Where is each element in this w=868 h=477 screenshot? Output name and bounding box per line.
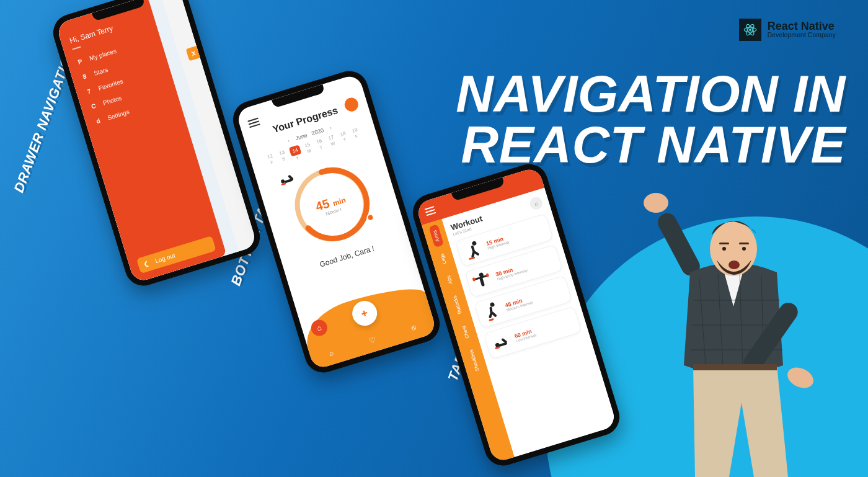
drawer-item-icon: C [89,102,99,110]
side-tab-arms[interactable]: Arms [428,225,443,248]
calendar-day[interactable]: 15M [303,141,315,158]
svg-point-22 [722,247,726,251]
logout-icon [143,259,152,268]
tab-profile-icon[interactable]: ⎋ [410,323,417,332]
calendar-day[interactable]: 19F [350,127,362,143]
svg-rect-9 [655,210,703,279]
ring-unit: min [332,195,347,208]
crunch-figure-icon [277,170,301,187]
search-icon[interactable]: ⌕ [528,195,544,211]
hamburger-icon[interactable] [424,204,437,218]
year-label: 2020 [311,127,324,136]
svg-point-3 [749,29,751,31]
drawer-item-icon: P [76,57,85,66]
svg-rect-25 [739,243,749,244]
exercise-figure-icon [480,300,503,323]
react-logo-icon [739,19,761,41]
calendar-day[interactable]: 16T [314,138,327,154]
svg-point-21 [728,261,740,269]
drawer-item-icon: 8 [80,72,89,81]
drawer-item-label: Stars [93,66,109,77]
calendar-day[interactable]: 18T [338,130,350,147]
month-label: June [294,132,308,141]
tab-search-icon[interactable]: ⌕ [328,348,335,357]
exercise-figure-icon [462,238,485,261]
chevron-left-icon[interactable]: ‹ [286,138,290,144]
side-tab-legs[interactable]: Legs [435,247,450,270]
exercise-figure-icon [490,331,513,354]
calendar-day[interactable]: 14T [289,145,303,162]
calendar-day[interactable]: 12F [265,153,278,169]
progress-ring: 45 min 160min f [277,151,386,259]
svg-point-23 [742,247,746,251]
drawer-item-label: Favorites [97,78,124,92]
drawer-greeting: Hi, Sam Terry [69,14,147,45]
svg-point-10 [644,193,668,213]
headline-line1: NAVIGATION IN [456,65,846,123]
logout-label: Log out [154,252,176,264]
drawer-item-icon: 7 [84,87,94,96]
drawer-item-label: My places [89,47,117,62]
side-tab-shoulders[interactable]: Shoulders [465,344,484,377]
chevron-right-icon[interactable]: › [329,125,332,131]
brand-subtitle: Development Company [768,32,836,39]
side-tab-abs[interactable]: Abs [442,270,456,290]
exercise-figure-icon [471,269,494,292]
drawer-item-label: Photos [102,94,123,107]
calendar-day[interactable]: 13S [277,149,290,166]
brand-block: React Native Development Company [739,19,836,41]
headline-line2: REACT NATIVE [461,115,846,174]
svg-rect-24 [719,243,729,244]
phone-drawer-navigation: Hi, Sam Terry PMy places8Stars7Favorites… [48,0,264,290]
main-headline: NAVIGATION IN REACT NATIVE [387,68,846,171]
calendar-day[interactable]: 17W [326,134,339,151]
drawer-item-icon: d [94,117,103,125]
brand-title: React Native [768,20,836,32]
drawer-item-label: Settings [107,109,130,122]
presenter-person-image [631,192,836,477]
svg-rect-26 [693,364,777,370]
side-tab-buttocks[interactable]: Buttocks [448,290,466,320]
side-tab-chest[interactable]: Chest [458,319,473,344]
logout-button[interactable]: Log out [136,236,216,274]
svg-point-19 [784,363,817,392]
